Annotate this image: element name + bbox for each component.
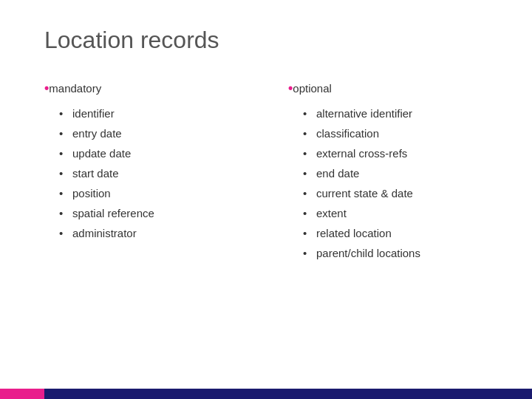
list-item: update date xyxy=(59,143,244,163)
optional-column: •optional alternative identifierclassifi… xyxy=(288,81,488,263)
list-item: extent xyxy=(303,203,488,223)
bottom-bar-pink xyxy=(0,389,44,399)
list-item: identifier xyxy=(59,103,244,123)
mandatory-list: identifierentry dateupdate datestart dat… xyxy=(44,103,244,243)
optional-list: alternative identifierclassificationexte… xyxy=(288,103,488,263)
mandatory-label-text: mandatory xyxy=(49,82,101,95)
list-item: spatial reference xyxy=(59,203,244,223)
optional-label-text: optional xyxy=(293,82,332,95)
list-item: position xyxy=(59,183,244,203)
list-item: alternative identifier xyxy=(303,103,488,123)
list-item: classification xyxy=(303,123,488,143)
bottom-bar-blue xyxy=(44,389,532,399)
optional-label: •optional xyxy=(288,81,488,96)
list-item: parent/child locations xyxy=(303,243,488,263)
list-item: end date xyxy=(303,163,488,183)
list-item: related location xyxy=(303,223,488,243)
list-item: external cross-refs xyxy=(303,143,488,163)
mandatory-label: •mandatory xyxy=(44,81,244,96)
page-content: Location records •mandatory identifieren… xyxy=(0,0,532,293)
list-item: administrator xyxy=(59,223,244,243)
page-title: Location records xyxy=(44,27,488,54)
mandatory-column: •mandatory identifierentry dateupdate da… xyxy=(44,81,244,243)
list-item: entry date xyxy=(59,123,244,143)
list-item: start date xyxy=(59,163,244,183)
columns: •mandatory identifierentry dateupdate da… xyxy=(44,81,488,263)
list-item: current state & date xyxy=(303,183,488,203)
bottom-bar xyxy=(0,389,532,399)
